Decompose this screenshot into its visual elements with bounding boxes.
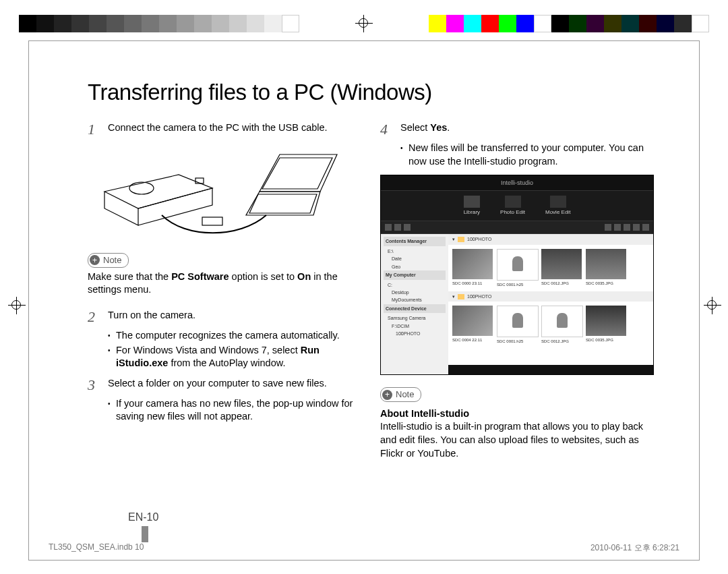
step-2-bullets: The computer recognizes the camera autom… — [108, 329, 361, 370]
page-title: Transferring files to a PC (Windows) — [88, 80, 654, 105]
page-number: EN-10 — [128, 511, 158, 523]
plus-icon: + — [90, 255, 100, 265]
step-number: 3 — [88, 377, 108, 393]
sidebar-node: MyDocuments — [384, 296, 446, 304]
tab-movie-edit: Movie Edit — [545, 196, 570, 217]
list-item: The computer recognizes the camera autom… — [108, 329, 361, 343]
step-3-bullets: If your camera has no new files, the pop… — [108, 397, 361, 424]
registration-right — [704, 297, 720, 313]
file-thumb: SDC 0004 22.11 — [452, 306, 493, 344]
step-4-bullets: New files will be transferred to your co… — [400, 142, 654, 168]
folder-label: 100PHOTO — [467, 293, 491, 299]
sidebar-node: E:\ — [384, 248, 446, 255]
step-text: Select Yes. — [400, 121, 654, 138]
step-4: 4 Select Yes. — [380, 121, 654, 138]
page-number-bar — [142, 526, 148, 542]
app-tabs: Library Photo Edit Movie Edit — [381, 191, 653, 221]
step-number: 4 — [380, 121, 400, 138]
step-text: Select a folder on your computer to save… — [108, 377, 361, 393]
note-text-seg: option is set to — [229, 271, 298, 282]
step-2: 2 Turn on the camera. — [88, 309, 361, 325]
file-thumb: SDC 0012.JPG — [541, 306, 582, 344]
sidebar-header: Connected Device — [384, 304, 446, 313]
app-title-text: Intelli-studio — [501, 179, 533, 187]
svg-point-0 — [129, 182, 154, 194]
sidebar-node: Desktop — [384, 289, 446, 296]
note-2-heading: About Intelli-studio — [380, 408, 469, 419]
sidebar-header: My Computer — [384, 270, 446, 279]
step-text: Connect the camera to the PC with the US… — [108, 121, 361, 138]
sidebar-node: C: — [384, 281, 446, 289]
camera-usb-illustration — [94, 144, 344, 242]
note-badge-1: + Note — [88, 253, 129, 268]
footer-filename: TL350_QSM_SEA.indb 10 — [49, 542, 144, 554]
sidebar-node: Geo — [384, 263, 446, 270]
grayscale-swatches — [19, 15, 299, 32]
step-3: 3 Select a folder on your computer to sa… — [88, 377, 361, 393]
note-bold: PC Software — [171, 271, 229, 282]
file-thumb: SDC 0001.h25 — [497, 306, 537, 344]
step-number: 1 — [88, 121, 108, 138]
list-item: If your camera has no new files, the pop… — [108, 397, 361, 424]
plus-icon: + — [382, 390, 392, 400]
file-thumb: SDC 0012.JPG — [541, 249, 582, 287]
note-2-text: Intelli-studio is a built-in program tha… — [380, 420, 654, 460]
file-thumb: SDC 0001.h25 — [497, 249, 537, 287]
file-thumb: SDC 0035.JPG — [586, 249, 626, 287]
registration-left — [8, 297, 24, 313]
sidebar-node: F:\DCIM — [384, 322, 446, 330]
note-bold: On — [297, 271, 311, 282]
text-seg: For Windows Vista and Windows 7, select — [116, 345, 301, 355]
sidebar-node: 100PHOTO — [384, 330, 446, 337]
sidebar-node: Samsung Camera — [384, 314, 446, 322]
folder-label: 100PHOTO — [467, 236, 491, 242]
thumbs-row-2: SDC 0004 22.11 SDC 0001.h25 SDC 0012.JPG… — [448, 302, 653, 348]
footer-timestamp: 2010-06-11 오후 6:28:21 — [590, 542, 679, 554]
app-titlebar: Intelli-studio — [381, 175, 653, 191]
step-number: 2 — [88, 309, 108, 325]
registration-center — [299, 15, 429, 32]
note-text-seg: Make sure that the — [88, 271, 171, 282]
tab-photo-edit: Photo Edit — [500, 196, 525, 217]
svg-rect-2 — [202, 217, 222, 225]
text-bold: Yes — [430, 122, 447, 133]
note-label: Note — [103, 254, 121, 266]
tab-library: Library — [464, 196, 480, 217]
thumbs-row-1: SDC 0000 23.11 SDC 0001.h25 SDC 0012.JPG… — [448, 245, 653, 291]
list-item: For Windows Vista and Windows 7, select … — [108, 344, 361, 370]
text-seg: . — [447, 122, 450, 133]
note-1-text: Make sure that the PC Software option is… — [88, 270, 361, 297]
list-item: New files will be transferred to your co… — [400, 142, 654, 168]
file-thumb: SDC 0000 23.11 — [452, 249, 493, 287]
left-column: 1 Connect the camera to the PC with the … — [88, 121, 361, 460]
app-main: ▾100PHOTO SDC 0000 23.11 SDC 0001.h25 SD… — [448, 234, 653, 375]
footer-meta: TL350_QSM_SEA.indb 10 2010-06-11 오후 6:28… — [49, 542, 679, 554]
intelli-studio-screenshot: Intelli-studio Library Photo Edit Movie … — [380, 175, 654, 375]
text-seg: from the AutoPlay window. — [168, 357, 285, 368]
note-badge-2: + Note — [380, 387, 421, 402]
app-toolbar — [381, 221, 653, 234]
app-footer-bar — [448, 365, 653, 375]
color-swatches — [429, 15, 709, 32]
text-seg: Select — [400, 122, 430, 133]
app-sidebar: Contents Manager E:\ Date Geo My Compute… — [381, 234, 448, 375]
right-column: 4 Select Yes. New files will be transfer… — [380, 121, 654, 460]
step-text: Turn on the camera. — [108, 309, 361, 325]
sidebar-node: Date — [384, 255, 446, 262]
sidebar-header: Contents Manager — [384, 237, 446, 246]
note-label: Note — [396, 389, 414, 401]
step-1: 1 Connect the camera to the PC with the … — [88, 121, 361, 138]
print-marks-row — [19, 13, 709, 34]
file-thumb: SDC 0035.JPG — [586, 306, 626, 344]
